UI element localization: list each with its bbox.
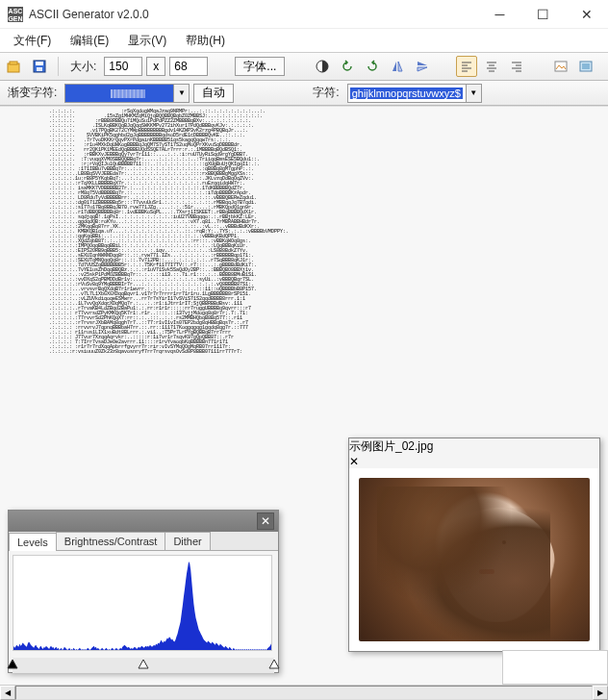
svg-rect-4 [37,67,42,71]
image-preview-panel[interactable]: 示例图片_02.jpg ✕ [348,438,600,652]
menu-edit[interactable]: 编辑(E) [61,30,118,52]
svg-rect-3 [36,62,43,65]
dropdown-icon: ▼ [173,85,189,102]
gradient-label: 渐变字符: [8,85,57,101]
workspace: .:.:.:.:. :rSqXqdogWMqaJzaq9NRMPr:...:.:… [0,106,608,700]
close-button[interactable]: ✕ [565,0,608,29]
slider-handle[interactable] [138,658,149,672]
align-right-button[interactable] [506,56,527,77]
slider-handle[interactable] [7,658,18,672]
image-panel-button[interactable] [550,56,571,77]
chars-value: ghijklmnopqrstuvwxyz$ [350,88,463,99]
corner-box [502,650,608,685]
menu-file[interactable]: 文件(F) [4,30,61,52]
auto-button[interactable]: 自动 [193,84,234,103]
ascii-output: .:.:.:.:. :rSqXqdogWMqaJzaq9NRMPr:...:.:… [0,107,608,367]
chars-label: 字符: [313,85,339,101]
window-title: ASCII Generator v2.0.0 [29,8,478,21]
flip-h-button[interactable] [387,56,408,77]
scroll-track[interactable] [15,686,593,700]
levels-panel[interactable]: ✕ Levels Brightness/Contrast Dither [8,510,279,673]
svg-rect-1 [10,62,17,64]
maximize-button[interactable]: ☐ [521,0,565,29]
open-button[interactable] [4,56,25,77]
svg-rect-20 [582,63,590,69]
align-center-button[interactable] [481,56,502,77]
scroll-left-icon[interactable]: ◀ [0,686,15,700]
invert-button[interactable] [312,56,333,77]
histogram [13,555,272,651]
toolbar: 大小: x 字体... [0,52,608,81]
height-input[interactable] [169,57,208,76]
image-body [349,468,599,651]
rotate-cw-button[interactable] [362,56,383,77]
tab-brightness[interactable]: Brightness/Contrast [56,532,166,550]
minimize-button[interactable]: ─ [478,0,521,29]
separator [58,57,59,76]
levels-sliders[interactable] [13,658,274,673]
image-panel-filename: 示例图片_02.jpg [349,439,433,453]
image-panel-header[interactable]: 示例图片_02.jpg ✕ [349,438,599,468]
menu-help[interactable]: 帮助(H) [176,30,235,52]
gradient-combo[interactable]: ||||||||||||||||||||||||||| ▼ [64,84,190,103]
svg-marker-22 [139,660,148,668]
tab-levels[interactable]: Levels [9,533,57,551]
titlebar: ASC GEN ASCII Generator v2.0.0 ─ ☐ ✕ [0,0,608,29]
font-button[interactable]: 字体... [235,57,285,76]
chars-combo[interactable]: ghijklmnopqrstuvwxyz$ ▼ [347,84,482,103]
size-label: 大小: [70,59,96,75]
levels-panel-header[interactable]: ✕ [9,511,278,532]
horizontal-scrollbar[interactable]: ◀ ▶ [0,685,608,700]
levels-panel-button[interactable] [575,56,596,77]
lock-ratio-button[interactable]: x [146,57,165,76]
levels-tabs: Levels Brightness/Contrast Dither [9,532,278,551]
levels-panel-close[interactable]: ✕ [257,512,274,530]
tab-dither[interactable]: Dither [165,532,210,550]
flip-v-button[interactable] [412,56,433,77]
source-image [359,478,590,641]
app-icon: ASC GEN [8,7,23,22]
gradient-preview: ||||||||||||||||||||||||||| [65,85,189,102]
align-left-button[interactable] [456,56,477,77]
width-input[interactable] [104,57,142,76]
svg-marker-21 [8,660,17,668]
toolbar-row2: 渐变字符: ||||||||||||||||||||||||||| ▼ 自动 字… [0,81,608,106]
rotate-ccw-button[interactable] [337,56,358,77]
dropdown-icon: ▼ [466,85,481,102]
svg-marker-23 [269,660,279,668]
save-button[interactable] [29,56,50,77]
menubar: 文件(F) 编辑(E) 显示(V) 帮助(H) [0,29,608,52]
menu-display[interactable]: 显示(V) [118,30,176,52]
svg-rect-18 [555,62,567,71]
window-buttons: ─ ☐ ✕ [478,0,608,29]
image-panel-close[interactable]: ✕ [349,455,599,468]
scroll-right-icon[interactable]: ▶ [593,686,608,700]
slider-handle[interactable] [268,658,280,672]
